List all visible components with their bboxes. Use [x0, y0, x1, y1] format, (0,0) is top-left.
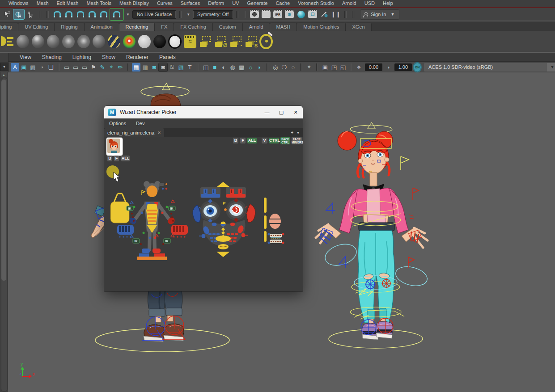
snap-point-icon[interactable]: [75, 9, 86, 19]
panel-menu-lighting[interactable]: Lighting: [67, 54, 97, 60]
menu-arnold[interactable]: Arnold: [338, 0, 360, 7]
render-setup-icon[interactable]: ❏: [307, 9, 318, 19]
xray-icon[interactable]: ◎: [271, 63, 280, 72]
picker-face-diagram[interactable]: [193, 182, 255, 257]
toolbar-grip[interactable]: [236, 11, 238, 18]
toolbar-grip[interactable]: [244, 11, 246, 18]
menu-mesh-display[interactable]: Mesh Display: [115, 0, 153, 7]
panel-menu-shading[interactable]: Shading: [37, 54, 67, 60]
menu-mesh[interactable]: Mesh: [33, 0, 53, 7]
shelf-tab-fx-caching[interactable]: FX Caching: [174, 23, 212, 31]
picker-body-diagram[interactable]: IK IK IK IK: [110, 181, 188, 260]
left-scrollbar-thumb[interactable]: [1, 80, 6, 281]
occlusion-icon[interactable]: ◌: [289, 63, 297, 72]
sound-wave-node-icon[interactable]: ≈: [183, 35, 197, 48]
shelf-tab-uv-editing[interactable]: UV Editing: [18, 23, 55, 31]
picker-side-controls[interactable]: [264, 198, 284, 244]
paint-select-tool-icon[interactable]: [25, 9, 36, 19]
menu-deform[interactable]: Deform: [204, 0, 228, 7]
dialog-menu-dev[interactable]: Dev: [131, 121, 150, 126]
field-chart-icon[interactable]: T: [186, 63, 194, 72]
shadows-icon[interactable]: ◗: [255, 63, 264, 72]
maximize-button[interactable]: ▢: [274, 106, 288, 118]
use-all-lights-icon[interactable]: ☼: [246, 63, 255, 72]
image-icon[interactable]: ▨: [29, 63, 37, 72]
shelf-tab-motion-graphics[interactable]: Motion Graphics: [297, 23, 346, 31]
shelf-editor-icon[interactable]: [1, 35, 14, 48]
menu-surfaces[interactable]: Surfaces: [177, 0, 204, 7]
picker-canvas[interactable]: IK IK IK IK: [104, 137, 303, 291]
resolution-gate-icon[interactable]: ◙: [150, 63, 158, 72]
frame-selected-icon[interactable]: ◳: [330, 63, 338, 72]
shelf-tab-rendering[interactable]: Rendering: [119, 23, 155, 31]
lasso-select-tool-icon[interactable]: [13, 9, 24, 19]
shelf-tab-fx[interactable]: FX: [155, 23, 174, 31]
hypershade-icon[interactable]: [296, 9, 306, 19]
tab-menu-arrow[interactable]: ▾: [297, 130, 299, 135]
render-current-frame-icon[interactable]: [261, 9, 271, 19]
textured-mode-icon[interactable]: ◍: [229, 63, 237, 72]
ipr-render-icon[interactable]: IPR: [272, 9, 283, 19]
phong-material-icon[interactable]: [62, 35, 75, 48]
shelf-tab-xgen[interactable]: XGen: [346, 23, 371, 31]
camera-attributes-icon[interactable]: ▭: [80, 63, 89, 72]
menu-curves[interactable]: Curves: [153, 0, 177, 7]
light-editor-icon[interactable]: [319, 9, 330, 19]
panel-menu-show[interactable]: Show: [97, 54, 121, 60]
film-gate-icon[interactable]: ▥: [141, 63, 149, 72]
exposure-field[interactable]: 0.00: [365, 63, 382, 71]
toolbar-grip[interactable]: [179, 11, 182, 18]
menu-usd[interactable]: USD: [360, 0, 379, 7]
shelf-tab-arnold[interactable]: Arnold: [243, 23, 270, 31]
panel-menu-renderer[interactable]: Renderer: [121, 54, 154, 60]
menu-uv[interactable]: UV: [228, 0, 243, 7]
dialog-titlebar[interactable]: M Wizart Character Picker — ▢ ✕: [104, 106, 303, 118]
layered-shader-icon[interactable]: [168, 35, 182, 48]
render-layer-time-icon[interactable]: ◔: [229, 35, 242, 48]
scroll-up-arrow[interactable]: ▲: [1, 72, 7, 77]
snap-grid-icon[interactable]: [52, 9, 63, 19]
close-button[interactable]: ✕: [288, 106, 303, 118]
frame-all-icon[interactable]: ◱: [339, 63, 347, 72]
pen-icon[interactable]: ✎: [98, 63, 107, 72]
render-settings-icon[interactable]: ⚙: [284, 9, 295, 19]
menu-help[interactable]: Help: [379, 0, 397, 7]
color-management-toggle[interactable]: ON: [414, 63, 421, 72]
exposure-icon[interactable]: ✥: [355, 63, 363, 72]
live-surface-dropdown[interactable]: ▼: [185, 13, 192, 17]
add-tab-button[interactable]: +: [291, 130, 293, 135]
image-plane-icon[interactable]: ▧: [177, 63, 185, 72]
standard-surface-material-icon[interactable]: [16, 35, 30, 48]
gate-mask-icon[interactable]: ◙: [159, 63, 167, 72]
lambert-material-icon[interactable]: [31, 35, 45, 48]
shelf-tab-animation[interactable]: Animation: [85, 23, 119, 31]
isolate-select-icon[interactable]: ▣: [321, 63, 329, 72]
shading-map-icon[interactable]: [123, 35, 136, 48]
colorspace-dropdown-arrow[interactable]: ▼: [547, 63, 555, 72]
picker-tab-elena[interactable]: elena_rig_anim:elena ✕: [104, 128, 164, 137]
shaded-mode-icon[interactable]: ■: [211, 63, 219, 72]
sign-in-dropdown-arrow[interactable]: ▼: [389, 12, 396, 17]
minimize-button[interactable]: —: [260, 106, 274, 118]
safe-action-icon[interactable]: ⍂: [168, 63, 176, 72]
ramp-shader-icon[interactable]: [107, 35, 121, 48]
camera-icon[interactable]: ▭: [63, 63, 71, 72]
snap-projected-center-icon[interactable]: [87, 9, 97, 19]
surface-shader-icon[interactable]: [138, 35, 151, 48]
menu-cache[interactable]: Cache: [271, 0, 294, 7]
select-tool-icon[interactable]: [2, 9, 13, 19]
paint-target-icon[interactable]: [259, 35, 273, 48]
gamma-icon[interactable]: ◑: [384, 63, 393, 72]
make-live-icon[interactable]: [110, 8, 123, 20]
phonge-material-icon[interactable]: [77, 35, 90, 48]
menu-windows[interactable]: Windows: [4, 0, 33, 7]
material-sphere-icon[interactable]: ◐: [220, 63, 228, 72]
snap-options-dropdown[interactable]: ▼: [124, 13, 131, 17]
render-layer-icon[interactable]: [199, 35, 212, 48]
grid-toggle-icon[interactable]: ▦: [132, 63, 140, 72]
zoom-select-icon[interactable]: ⌖: [107, 63, 116, 72]
shelf-tab-rigging[interactable]: Rigging: [55, 23, 84, 31]
selection-highlight-icon[interactable]: ⌖: [305, 63, 314, 72]
menu-mesh-tools[interactable]: Mesh Tools: [82, 0, 115, 7]
frame-icon[interactable]: ▣: [20, 63, 28, 72]
